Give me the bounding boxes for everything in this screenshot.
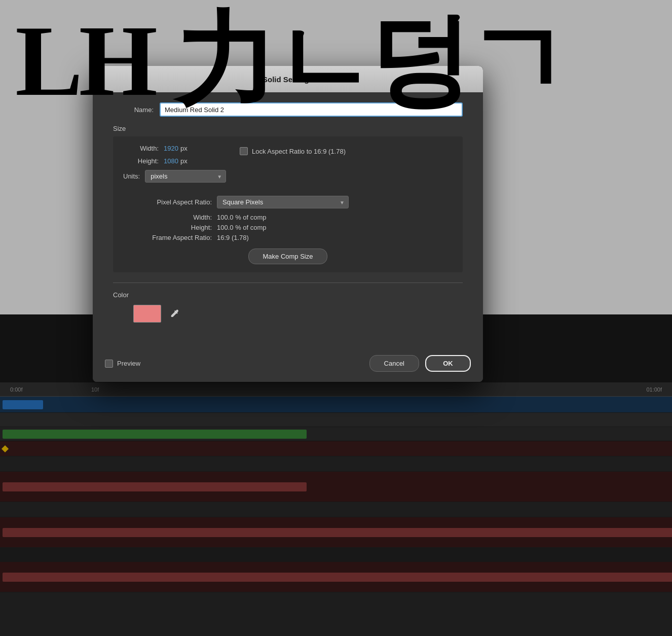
units-dropdown-wrapper: pixels inches centimeters ▼ — [145, 170, 226, 183]
lock-aspect-label: Lock Aspect Ratio to 16:9 (1.78) — [252, 148, 346, 155]
units-label: Units: — [123, 172, 140, 180]
units-dropdown[interactable]: pixels inches centimeters — [145, 170, 226, 183]
lock-aspect-checkbox[interactable] — [240, 147, 248, 155]
height-value[interactable]: 1080 — [164, 157, 178, 165]
width-label: Width: — [123, 145, 159, 152]
par-dropdown-wrapper: Square Pixels D1/DV NTSC (0.91) ▼ — [217, 196, 349, 208]
eyedropper-icon — [169, 309, 179, 319]
preview-checkbox[interactable] — [105, 360, 113, 368]
width-unit: px — [180, 145, 188, 152]
size-section-label: Size — [113, 125, 463, 132]
preview-label: Preview — [117, 360, 140, 367]
btn-row: Cancel OK — [369, 355, 471, 372]
cancel-button[interactable]: Cancel — [369, 355, 419, 372]
frame-aspect-label: Frame Aspect Ratio: — [123, 234, 212, 241]
frame-aspect-row: Frame Aspect Ratio: 16:9 (1.78) — [123, 234, 453, 241]
width-row: Width: 1920 px — [123, 145, 225, 152]
section-divider — [113, 282, 463, 283]
ok-button[interactable]: OK — [425, 355, 471, 372]
size-left: Width: 1920 px Height: 1080 px Units: — [123, 145, 225, 191]
frame-aspect-value: 16:9 (1.78) — [217, 234, 249, 241]
width-pct-value: 100.0 % of comp — [217, 214, 267, 221]
units-row: Units: pixels inches centimeters ▼ — [123, 170, 225, 183]
lock-checkbox-row: Lock Aspect Ratio to 16:9 (1.78) — [240, 147, 346, 155]
height-unit: px — [180, 157, 188, 165]
height-pct-label: Height: — [123, 224, 212, 231]
height-label: Height: — [123, 157, 159, 165]
info-rows: Width: 100.0 % of comp Height: 100.0 % o… — [123, 214, 453, 241]
color-row — [113, 305, 463, 323]
eyedropper-button[interactable] — [167, 307, 181, 321]
bg-deco-text: LH ⼒ㄴ덩ㄱ — [15, 10, 564, 112]
height-pct-value: 100.0 % of comp — [217, 224, 267, 231]
par-row: Pixel Aspect Ratio: Square Pixels D1/DV … — [123, 196, 453, 208]
width-value[interactable]: 1920 — [164, 145, 178, 152]
color-section-label: Color — [113, 291, 463, 299]
size-grid: Width: 1920 px Height: 1080 px Units: — [123, 145, 453, 191]
make-comp-size-button[interactable]: Make Comp Size — [248, 249, 328, 264]
dialog-body: Name: Size Width: 1920 px Height: 10 — [93, 92, 483, 348]
dialog-footer: Preview Cancel OK — [93, 348, 483, 382]
size-section: Width: 1920 px Height: 1080 px Units: — [113, 136, 463, 272]
preview-row: Preview — [105, 360, 140, 368]
width-pct-row: Width: 100.0 % of comp — [123, 214, 453, 221]
lock-aspect-area: Lock Aspect Ratio to 16:9 (1.78) — [225, 145, 453, 191]
height-pct-row: Height: 100.0 % of comp — [123, 224, 453, 231]
height-row: Height: 1080 px — [123, 157, 225, 165]
par-label: Pixel Aspect Ratio: — [123, 198, 212, 206]
color-section: Color — [113, 291, 463, 323]
par-dropdown[interactable]: Square Pixels D1/DV NTSC (0.91) — [217, 196, 349, 208]
color-swatch[interactable] — [133, 305, 161, 323]
width-pct-label: Width: — [123, 214, 212, 221]
